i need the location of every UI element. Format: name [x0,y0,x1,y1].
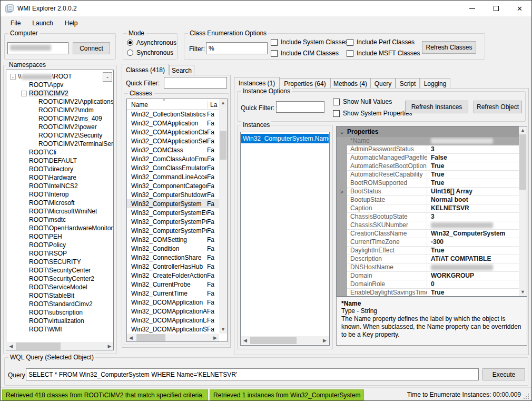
class-row[interactable]: Win32_CommandLineAccessFa [127,172,219,181]
namespace-tree-item[interactable]: ROOT\StandardCimv2 [7,300,113,308]
property-row[interactable]: AdminPasswordStatus3 [337,145,519,154]
classes-hscrollbar[interactable]: ◀ ▶ [127,334,219,341]
scroll-right-icon[interactable]: ▶ [211,336,219,340]
class-row[interactable]: Win32_ComputerSystemPro...Fa [127,217,219,226]
computer-name-input[interactable] [7,42,68,54]
class-row[interactable]: Win32_COMApplicationFa [127,119,219,128]
namespace-tree-item[interactable]: ROOT\DEFAULT [7,157,113,165]
property-row[interactable]: CurrentTimeZone-300 [337,238,519,247]
property-row[interactable]: *Name [337,137,519,145]
menu-help[interactable]: Help [59,16,84,30]
property-row[interactable]: DaylightInEffectTrue [337,247,519,255]
filter-input[interactable] [206,42,268,54]
namespace-tree-item[interactable]: -ROOT\CIMV2 [7,89,113,97]
scroll-down-icon[interactable]: ▼ [519,290,527,295]
namespace-tree-item[interactable]: ROOT\CIMV2\Applications [7,97,113,106]
property-row[interactable]: DomainWORKGROUP [337,272,519,280]
menu-launch[interactable]: Launch [26,16,58,30]
scroll-right-icon[interactable]: ▶ [321,338,329,343]
namespace-tree-item[interactable]: ROOT\CIMV2\Security [7,131,113,140]
namespace-tree-item[interactable]: ROOT\Cli [7,148,113,157]
classes-vscroll-thumb[interactable] [220,131,226,160]
instances-hscrollbar[interactable]: ◀ ▶ [241,336,329,345]
tab-instances[interactable]: Instances (1) [234,77,280,89]
scroll-left-icon[interactable]: ◀ [127,336,135,340]
refresh-instances-button[interactable]: Refresh Instances [405,101,468,113]
collapse-chevron-icon[interactable]: ⌄ [337,129,347,135]
class-row[interactable]: Win32_CollectionStatisticsFa [127,110,219,119]
namespace-tree-item[interactable]: ROOT\directory [7,165,113,173]
namespace-tree-item[interactable]: ROOT\OpenHardwareMonitor [7,224,113,232]
namespace-tree-item[interactable]: ROOT\SECURITY [7,258,113,266]
namespace-tree-item[interactable]: ROOT\Appv [7,81,113,89]
namespace-tree-item[interactable]: ROOT\msdtc [7,216,113,224]
class-row[interactable]: Win32_ComputerSystemEv...Fa [127,208,219,217]
namespace-tree-item[interactable]: ROOT\CIMV2\mdm [7,106,113,114]
instance-item-selected[interactable]: Win32_ComputerSystem.Name= [241,134,329,143]
namespace-tree-item[interactable]: ROOT\CIMV2\ms_409 [7,114,113,123]
scroll-down-icon[interactable]: ▼ [219,327,227,332]
titlebar[interactable]: WMI Explorer 2.0.0.2 ✕ [1,1,531,16]
namespaces-hscrollbar[interactable]: ◀ ▶ [7,342,114,350]
tab-query[interactable]: Query [370,78,396,89]
checkbox-show-system-properties[interactable]: Show System Properties [333,110,412,117]
classes-hscroll-thumb[interactable] [136,334,165,341]
property-row[interactable]: ChassisBootupState3 [337,213,519,221]
scroll-left-icon[interactable]: ◀ [241,338,249,343]
checkbox-include-system-classes[interactable]: Include System Classes [271,38,348,46]
property-row[interactable]: BootROMSupportedTrue [337,179,519,188]
class-row[interactable]: Win32_DCOMApplicationLa...Fa [127,316,219,325]
properties-vscroll-thumb[interactable] [519,134,526,190]
namespace-tree-item[interactable]: -\\\ROOT [7,72,113,81]
instances-quick-filter-input[interactable] [276,101,324,113]
class-row[interactable]: Win32_CreateFolderActionFa [127,271,219,280]
property-row[interactable]: AutomaticManagedPagefileFalse [337,154,519,162]
radio-synchronous[interactable]: Synchronous [127,49,173,56]
property-row[interactable]: BootupStateNormal boot [337,196,519,204]
class-row[interactable]: Win32_DCOMApplicationS...Fa [127,325,219,334]
property-row[interactable]: CreationClassNameWin32_ComputerSystem [337,230,519,238]
namespace-tree-item[interactable]: ROOT\IntelNCS2 [7,182,113,190]
classes-list-header[interactable]: Name ^ La [127,99,219,110]
minimize-button[interactable] [460,1,484,16]
instances-hscroll-thumb[interactable] [250,337,297,344]
column-header-lazy[interactable]: La [207,101,217,109]
scroll-right-icon[interactable]: ▶ [105,344,114,349]
class-row[interactable]: Win32_ComponentCategoryFa [127,181,219,190]
property-row[interactable]: DescriptionAT/AT COMPATIBLE [337,255,519,263]
property-row[interactable]: EnableDaylightSavingsTimeTrue [337,289,519,297]
property-row[interactable]: >BootStatusUInt16[] Array [337,188,519,196]
namespace-tree-item[interactable]: ROOT\CIMV2\TerminalService [7,140,113,148]
namespaces-hscroll-thumb[interactable] [16,343,61,350]
namespace-tree-item[interactable]: ROOT\SecurityCenter [7,266,113,275]
tab-script[interactable]: Script [396,78,420,89]
refresh-object-button[interactable]: Refresh Object [474,101,522,113]
classes-vscrollbar[interactable]: ▲ ▼ [219,99,227,334]
tab-search[interactable]: Search [169,65,194,75]
class-row[interactable]: Win32_COMApplicationClas...Fa [127,128,219,136]
namespace-tree-item[interactable]: ROOT\CIMV2\power [7,123,113,131]
namespace-tree-item[interactable]: ROOT\SecurityCenter2 [7,275,113,283]
namespace-tree-item[interactable]: ROOT\StableBit [7,291,113,300]
menu-file[interactable]: File [5,16,26,30]
namespace-tree-item[interactable]: ROOT\subscription [7,308,113,317]
namespace-tree-item[interactable]: ROOT\WMI [7,325,113,334]
namespace-tree-item[interactable]: ROOT\Interop [7,190,113,199]
close-button[interactable]: ✕ [508,1,531,16]
class-row[interactable]: Win32_ComputerSystemFa [127,199,219,208]
tab-properties[interactable]: Properties (64) [280,78,330,89]
namespace-tree-item[interactable]: ROOT\Policy [7,241,113,249]
tab-methods[interactable]: Methods (4) [330,78,370,89]
radio-asynchronous[interactable]: Asynchronous [127,39,176,46]
resize-grip-icon[interactable] [528,398,529,399]
namespace-tree-item[interactable]: ROOT\ServiceModel [7,283,113,291]
tab-logging[interactable]: Logging [420,78,450,89]
namespace-tree-item[interactable]: ROOT\Hardware [7,173,113,182]
scroll-left-icon[interactable]: ◀ [7,344,15,349]
class-row[interactable]: Win32_COMApplicationSett...Fa [127,136,219,145]
checkbox-include-perf-classes[interactable]: Include Perf Classes [347,38,415,46]
class-row[interactable]: Win32_ConnectionShareFa [127,253,219,262]
scroll-up-icon[interactable]: ▲ [519,128,527,133]
class-row[interactable]: Win32_CurrentProbeFa [127,280,219,289]
class-row[interactable]: Win32_CurrentTimeFa [127,289,219,298]
